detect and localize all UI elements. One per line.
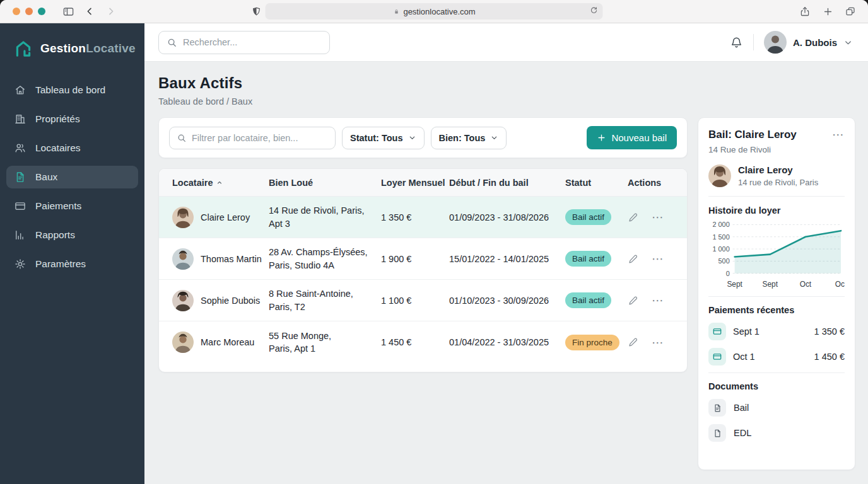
user-menu[interactable]: A. Dubois <box>764 31 853 54</box>
property-filter-dropdown[interactable]: Bien: Tous <box>431 127 507 149</box>
column-header-periode[interactable]: Début / Fin du bail <box>449 178 565 188</box>
chevron-down-icon <box>408 134 416 142</box>
column-header-bien-loue[interactable]: Bien Loué <box>269 178 381 188</box>
property-cell: 14 Rue de Rivoli, Paris,Apt 3 <box>269 204 381 230</box>
property-cell: 55 Rue Monge,Paris, Apt 1 <box>269 330 381 355</box>
table-filter-input[interactable] <box>192 133 328 143</box>
row-menu-icon[interactable]: ⋯ <box>652 294 664 306</box>
table-row[interactable]: Claire Leroy 14 Rue de Rivoli, Paris,Apt… <box>159 197 687 238</box>
sidebar-item-tableau-de-bord[interactable]: Tableau de bord <box>6 79 138 101</box>
new-lease-button-label: Nouveau bail <box>611 132 667 143</box>
documents-section: Documents Bail EDL <box>708 373 845 442</box>
document-icon <box>14 171 26 183</box>
new-tab-icon[interactable] <box>819 3 836 20</box>
payment-row: Sept 1 1 350 € <box>708 323 845 340</box>
back-icon[interactable] <box>81 3 98 20</box>
file-icon <box>708 424 726 442</box>
sidebar-item-locataires[interactable]: Locataires <box>6 137 138 159</box>
tenant-summary: Claire Leroy 14 rue de Rivoli, Paris <box>708 164 845 197</box>
svg-text:Sept: Sept <box>727 280 742 289</box>
brand-name-light: Locative <box>86 42 136 55</box>
payment-amount: 1 450 € <box>814 352 845 362</box>
svg-text:1 000: 1 000 <box>712 245 729 253</box>
sidebar-item-rapports[interactable]: Rapports <box>6 224 138 246</box>
table-filter-search[interactable] <box>169 127 336 149</box>
tenant-name: Claire Leroy <box>201 212 250 222</box>
table-row[interactable]: Sophie Dubois 8 Rue Saint-Antoine,Paris,… <box>159 280 687 321</box>
notifications-bell-icon[interactable] <box>730 36 743 49</box>
rent-cell: 1 100 € <box>381 296 449 306</box>
chart-title: Histoire du loyer <box>708 205 845 216</box>
column-header-loyer[interactable]: Loyer Mensuel <box>381 178 449 188</box>
detail-title: Bail: Claire Leroy <box>708 129 797 141</box>
payment-card-icon <box>708 323 726 340</box>
lock-icon <box>392 8 400 16</box>
reload-icon[interactable] <box>590 6 599 17</box>
sidebar-item-label: Tableau de bord <box>35 84 105 96</box>
new-lease-button[interactable]: Nouveau bail <box>587 126 677 149</box>
svg-text:1 500: 1 500 <box>712 233 729 241</box>
avatar <box>708 164 731 187</box>
property-cell: 8 Rue Saint-Antoine,Paris, T2 <box>269 287 381 313</box>
close-window-button[interactable] <box>13 8 20 15</box>
panel-menu-icon[interactable]: ⋯ <box>832 129 845 141</box>
app-header: A. Dubois <box>144 23 868 62</box>
payment-amount: 1 350 € <box>814 326 845 337</box>
document-item[interactable]: Bail <box>708 399 845 417</box>
row-menu-icon[interactable]: ⋯ <box>652 337 664 349</box>
sidebar-toggle-icon[interactable] <box>59 3 77 20</box>
sidebar-item-proprietes[interactable]: Propriétés <box>6 108 138 130</box>
status-badge: Fin proche <box>565 335 619 350</box>
sidebar-item-paiements[interactable]: Paiements <box>6 195 138 217</box>
address-bar[interactable]: gestionlocative.com <box>266 3 603 20</box>
forward-icon[interactable] <box>102 3 120 20</box>
leases-table: Locataire Bien Loué Loyer Mensuel Début … <box>158 168 688 372</box>
svg-text:2 000: 2 000 <box>712 221 729 228</box>
credit-card-icon <box>14 200 26 212</box>
minimize-window-button[interactable] <box>25 8 33 15</box>
global-search-input[interactable] <box>183 37 322 47</box>
share-icon[interactable] <box>796 3 814 20</box>
payment-card-icon <box>708 348 726 366</box>
table-row[interactable]: Thomas Martin 28 Av. Champs-Élysées,Pari… <box>159 238 687 280</box>
column-header-statut[interactable]: Statut <box>565 178 628 188</box>
column-header-locataire[interactable]: Locataire <box>172 178 269 188</box>
page-title: Baux Actifs <box>158 74 855 92</box>
avatar <box>172 290 194 311</box>
avatar <box>172 331 194 353</box>
tenant-name: Sophie Dubois <box>201 296 260 306</box>
row-menu-icon[interactable]: ⋯ <box>652 211 664 223</box>
document-item[interactable]: EDL <box>708 424 845 442</box>
avatar <box>764 31 787 54</box>
people-icon <box>14 142 26 154</box>
privacy-shield-icon[interactable] <box>247 3 265 20</box>
avatar <box>172 248 194 270</box>
sidebar-item-baux[interactable]: Baux <box>6 166 138 188</box>
table-row[interactable]: Marc Moreau 55 Rue Monge,Paris, Apt 1 1 … <box>159 321 687 363</box>
row-menu-icon[interactable]: ⋯ <box>652 253 664 265</box>
zoom-window-button[interactable] <box>38 8 45 15</box>
edit-icon[interactable] <box>628 295 639 306</box>
status-badge: Bail actif <box>565 251 611 267</box>
bar-chart-icon <box>14 229 26 241</box>
period-cell: 01/10/2023 - 30/09/2026 <box>449 296 565 306</box>
documents-title: Documents <box>708 381 845 391</box>
sidebar-item-label: Baux <box>35 171 57 183</box>
rent-cell: 1 350 € <box>381 212 449 222</box>
svg-text:Oct: Oct <box>800 280 812 289</box>
status-filter-dropdown[interactable]: Statut: Tous <box>342 127 425 149</box>
global-search[interactable] <box>158 31 330 54</box>
rent-cell: 1 900 € <box>381 254 449 264</box>
svg-text:Sept: Sept <box>763 280 778 289</box>
tab-overview-icon[interactable] <box>842 3 859 20</box>
edit-icon[interactable] <box>628 212 639 223</box>
edit-icon[interactable] <box>628 253 639 265</box>
sidebar-item-label: Paiements <box>35 200 81 212</box>
period-cell: 15/01/2022 - 14/01/2025 <box>449 254 565 264</box>
brand-house-icon <box>13 38 33 59</box>
gear-icon <box>14 258 26 270</box>
sidebar-item-parametres[interactable]: Paramètres <box>6 253 138 275</box>
edit-icon[interactable] <box>628 337 639 348</box>
status-badge: Bail actif <box>565 209 611 225</box>
brand-logo: GestionLocative <box>0 23 144 75</box>
